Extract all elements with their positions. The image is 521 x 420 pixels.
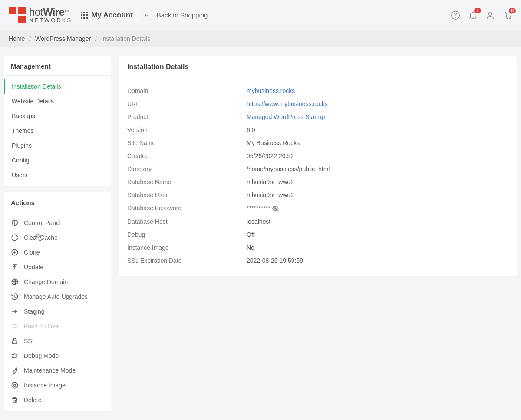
value-site-name: My Business Rocks: [247, 139, 300, 146]
cart-button[interactable]: 0: [503, 10, 512, 20]
swap-icon: [11, 322, 19, 330]
reveal-password-button[interactable]: [272, 205, 279, 212]
label-debug: Debug: [127, 231, 247, 238]
value-product[interactable]: Managed WordPress Startup: [247, 113, 325, 120]
sidebar-item-backups[interactable]: Backups: [4, 109, 111, 123]
action-maintenance-mode[interactable]: Maintenance Mode: [4, 363, 111, 378]
shield-icon: [11, 219, 19, 227]
label-db-host: Database Host: [127, 218, 247, 225]
logo-text: hotWireSM NETWORKS: [29, 7, 72, 23]
sidebar-item-themes[interactable]: Themes: [4, 123, 111, 138]
help-button[interactable]: [451, 10, 460, 20]
svg-point-8: [13, 354, 16, 358]
wrench-icon: [11, 367, 19, 374]
action-staging[interactable]: Staging: [4, 304, 111, 319]
value-url[interactable]: https://www.mybusiness.rocks: [247, 100, 328, 107]
globe-icon: [11, 278, 19, 286]
main: Installation Details Domainmybusiness.ro…: [119, 56, 517, 417]
sidebar-item-website-details[interactable]: Website Details: [4, 94, 111, 109]
svg-point-9: [12, 382, 18, 388]
sidebar-item-config[interactable]: Config: [4, 153, 111, 168]
label-ssl-exp: SSL Expiration Date: [127, 257, 247, 264]
management-card: Management Installation Details Website …: [4, 56, 111, 186]
value-db-host: localhost: [247, 218, 270, 225]
label-directory: Directory: [127, 165, 247, 172]
actions-card: Actions Control Panel Clear Cache Clone …: [4, 192, 111, 411]
action-ssl[interactable]: SSL: [4, 334, 111, 348]
action-manage-auto-upgrades[interactable]: Manage Auto Upgrades: [4, 289, 111, 304]
header-left: hotWireSM NETWORKS My Account ↵ Back to …: [9, 7, 208, 23]
sidebar-item-installation-details[interactable]: Installation Details: [4, 79, 111, 94]
action-delete[interactable]: Delete: [4, 393, 111, 407]
label-domain: Domain: [127, 87, 247, 94]
user-icon: [485, 10, 495, 20]
back-label: Back to Shopping: [157, 11, 208, 19]
label-db-user: Database User: [127, 192, 247, 198]
action-debug-mode[interactable]: Debug Mode: [4, 348, 111, 363]
cart-badge: 0: [509, 8, 516, 13]
action-change-domain[interactable]: Change Domain: [4, 274, 111, 289]
action-update[interactable]: Update: [4, 260, 111, 274]
label-db-pass: Database Password: [127, 205, 247, 212]
top-header: hotWireSM NETWORKS My Account ↵ Back to …: [0, 0, 521, 30]
action-control-panel[interactable]: Control Panel: [4, 215, 111, 230]
my-account-nav[interactable]: My Account: [81, 11, 133, 20]
disc-icon: [11, 381, 19, 389]
upload-icon: [11, 263, 19, 271]
svg-point-1: [455, 17, 455, 17]
notifications-button[interactable]: 1: [468, 10, 478, 20]
arrow-right-icon: [11, 308, 19, 315]
sidebar: Management Installation Details Website …: [4, 56, 111, 417]
value-db-name: mbusin0or_wwu2: [247, 179, 294, 185]
breadcrumb-home[interactable]: Home: [9, 35, 25, 42]
details-panel: Installation Details Domainmybusiness.ro…: [119, 56, 517, 276]
label-created: Created: [127, 152, 247, 159]
sidebar-item-users[interactable]: Users: [4, 168, 111, 182]
action-clear-cache[interactable]: Clear Cache: [4, 230, 111, 245]
svg-point-4: [509, 17, 511, 19]
value-debug: Off: [247, 231, 254, 238]
label-instance-image: Instance Image: [127, 244, 247, 251]
value-ssl-exp: 2022-08-25 19:59:59: [247, 257, 303, 264]
label-product: Product: [127, 113, 247, 120]
refresh-icon: [11, 234, 19, 241]
svg-rect-7: [13, 341, 17, 344]
label-version: Version: [127, 126, 247, 133]
history-icon: [11, 293, 19, 301]
sidebar-item-plugins[interactable]: Plugins: [4, 138, 111, 153]
logo[interactable]: hotWireSM NETWORKS: [9, 7, 72, 23]
header-right: 1 0: [451, 10, 512, 20]
value-domain[interactable]: mybusiness.rocks: [247, 87, 295, 94]
value-db-user: mbusin0or_wwu2: [247, 192, 294, 198]
back-to-shopping[interactable]: ↵ Back to Shopping: [142, 10, 208, 20]
actions-list: Control Panel Clear Cache Clone Update C…: [4, 212, 111, 411]
action-instance-image[interactable]: Instance Image: [4, 378, 111, 393]
label-site-name: Site Name: [127, 139, 247, 146]
lock-icon: [11, 337, 19, 345]
help-icon: [451, 10, 460, 20]
logo-icon: [9, 7, 26, 23]
breadcrumb-wp-manager[interactable]: WordPress Manager: [35, 35, 91, 42]
bug-icon: [11, 352, 19, 360]
svg-point-10: [14, 384, 16, 387]
panel-title: Installation Details: [119, 56, 517, 78]
value-directory: /home/mybusiness/public_html: [247, 165, 330, 172]
svg-point-2: [488, 12, 491, 15]
trash-icon: [11, 396, 19, 404]
label-url: URL: [127, 100, 247, 107]
breadcrumb: Home / WordPress Manager / Installation …: [0, 30, 521, 47]
eye-off-icon: [272, 205, 279, 212]
value-version: 6.0: [247, 126, 255, 133]
actions-title: Actions: [4, 192, 111, 212]
value-db-pass: **********: [247, 205, 279, 212]
return-key-icon: ↵: [142, 10, 152, 20]
management-list: Installation Details Website Details Bac…: [4, 76, 111, 186]
action-push-to-live: Push To Live: [4, 319, 111, 334]
action-clone[interactable]: Clone: [4, 245, 111, 260]
content: Management Installation Details Website …: [0, 47, 521, 420]
account-button[interactable]: [485, 10, 495, 20]
svg-point-3: [506, 17, 508, 19]
value-created: 05/26/2022 20:52: [247, 152, 294, 159]
details-body: Domainmybusiness.rocks URLhttps://www.my…: [119, 78, 517, 276]
value-instance-image: No: [247, 244, 254, 251]
